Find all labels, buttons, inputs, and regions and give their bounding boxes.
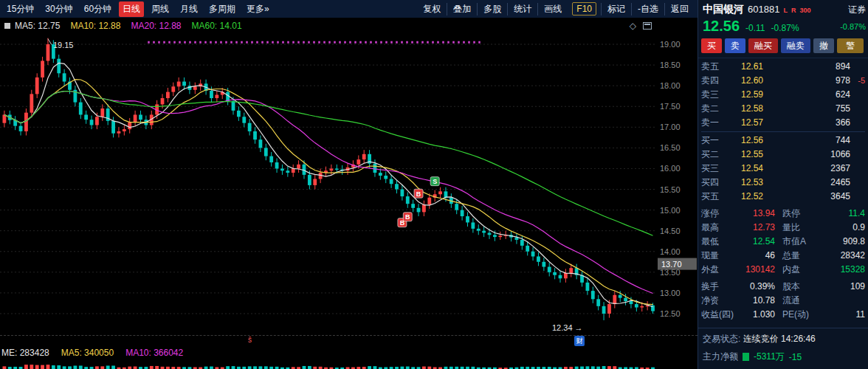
candle: [602, 306, 606, 314]
toolbar-statistics[interactable]: 统计: [507, 3, 537, 15]
period-multi[interactable]: 多周期: [205, 1, 239, 17]
window-icon[interactable]: [643, 22, 652, 30]
order-book-divider: [701, 131, 865, 132]
order-row[interactable]: 卖五12.61894: [701, 60, 865, 74]
toolbar-adjust-price[interactable]: 复权: [417, 3, 447, 15]
axis-label: 15.00: [660, 206, 681, 215]
period-daily[interactable]: 日线: [119, 1, 144, 17]
toolbar-mark[interactable]: 标记: [601, 3, 631, 15]
candle: [520, 240, 524, 246]
candle: [461, 210, 464, 216]
volume-bar: [373, 366, 377, 369]
main-chart-area: 19.0018.5018.0017.5017.0016.5016.0015.50…: [0, 34, 698, 336]
candle: [182, 82, 186, 86]
cancel-order-button[interactable]: 撤: [813, 38, 834, 53]
candle: [455, 204, 458, 210]
candle: [335, 168, 339, 170]
trade-status-label: 交易状态:: [703, 334, 740, 344]
margin-sell-button[interactable]: 融卖: [781, 38, 810, 53]
candle: [477, 229, 480, 231]
axis-label: 15.50: [660, 185, 681, 194]
candle: [417, 208, 421, 213]
order-row[interactable]: 买二12.551066: [701, 148, 865, 162]
candle: [607, 304, 611, 314]
legend-square-icon: [4, 23, 10, 29]
svg-text:13.70: 13.70: [661, 260, 682, 269]
diamond-icon[interactable]: ◇: [630, 21, 636, 31]
order-row[interactable]: 买三12.542367: [701, 162, 865, 176]
toolbar-back[interactable]: 返回: [664, 3, 695, 15]
stat-row: 收益(四)1.030PE(动)11: [701, 308, 865, 322]
candle: [139, 114, 142, 120]
volume-bar: [3, 366, 7, 369]
ma60-readout: MA60: 14.01: [192, 21, 242, 31]
news-badge-icon[interactable]: 财: [574, 336, 585, 346]
candle: [90, 120, 94, 125]
candle: [356, 159, 360, 165]
candle: [384, 176, 388, 179]
period-60min[interactable]: 60分钟: [80, 1, 115, 17]
order-row[interactable]: 卖三12.59624: [701, 88, 865, 102]
candle: [488, 232, 492, 235]
order-row[interactable]: 买四12.532465: [701, 176, 865, 190]
volume-bar: [264, 366, 268, 369]
period-15min[interactable]: 15分钟: [3, 1, 38, 17]
price-change: -0.11: [745, 23, 765, 33]
toolbar-watchlist-remove[interactable]: -自选: [631, 3, 664, 15]
candle: [373, 164, 377, 173]
volume-chart[interactable]: [0, 359, 698, 369]
candle: [493, 235, 497, 237]
ma20-line: [4, 92, 653, 294]
candle: [41, 61, 44, 77]
period-30min[interactable]: 30分钟: [41, 1, 76, 17]
candle: [19, 126, 23, 131]
order-row[interactable]: 卖一12.57366: [701, 116, 865, 130]
volume-bar: [155, 366, 159, 369]
toolbar-draw-line[interactable]: 画线: [537, 3, 568, 15]
order-row[interactable]: 买一12.56744: [701, 134, 865, 148]
period-more[interactable]: 更多»: [243, 1, 273, 17]
candle: [422, 204, 426, 212]
alert-button[interactable]: 警: [837, 38, 864, 53]
candle: [586, 283, 590, 291]
order-row[interactable]: 卖二12.58755: [701, 102, 865, 116]
candle: [542, 262, 545, 267]
period-monthly[interactable]: 月线: [176, 1, 202, 17]
stock-code: 601881: [748, 4, 779, 15]
candle: [193, 86, 197, 89]
volume-readout: ME: 283428 MA5: 340050 MA10: 366042: [1, 348, 183, 358]
period-weekly[interactable]: 周线: [148, 1, 173, 17]
order-row[interactable]: 卖四12.60978-5: [701, 74, 865, 88]
axis-label: 18.50: [660, 61, 681, 69]
candle: [79, 103, 83, 115]
volume-bar: [57, 365, 61, 369]
candle: [215, 95, 218, 98]
candle: [619, 295, 622, 298]
event-mark-icon[interactable]: ŝ: [248, 336, 252, 344]
volume-bar: [259, 366, 263, 369]
candle: [134, 114, 137, 122]
candlestick-chart[interactable]: 19.0018.5018.0017.5017.0016.5016.0015.50…: [0, 34, 698, 336]
toolbar-multi-stock[interactable]: 多股: [477, 3, 507, 15]
candle: [427, 198, 431, 205]
volume-bar: [308, 366, 311, 369]
volume-pane: ŝ 财 ME: 283428 MA5: 340050 MA10: 366042: [0, 336, 698, 369]
sector-tab[interactable]: 证券: [848, 4, 866, 16]
sell-button[interactable]: 卖: [725, 38, 745, 53]
volume-bar: [586, 366, 590, 369]
candle: [46, 44, 50, 61]
toolbar-overlay[interactable]: 叠加: [447, 3, 477, 15]
last-price: 12.56: [703, 18, 740, 35]
toolbar-f10[interactable]: F10: [572, 2, 596, 15]
volume-bar: [422, 367, 426, 369]
ma-indicator-row: MA5: 12.75 MA10: 12.88 MA20: 12.88 MA60:…: [0, 18, 698, 34]
order-row[interactable]: 买五12.523645: [701, 190, 865, 204]
volume-bar: [368, 366, 371, 369]
buy-button[interactable]: 买: [701, 38, 722, 53]
trade-status-row: 交易状态: 连续竞价 14:26:46: [698, 328, 868, 345]
candle: [286, 170, 289, 173]
main-flow-extra: -15: [789, 352, 802, 362]
volume-bar: [591, 366, 595, 369]
ma5-line: [4, 63, 653, 307]
margin-buy-button[interactable]: 融买: [748, 38, 778, 53]
